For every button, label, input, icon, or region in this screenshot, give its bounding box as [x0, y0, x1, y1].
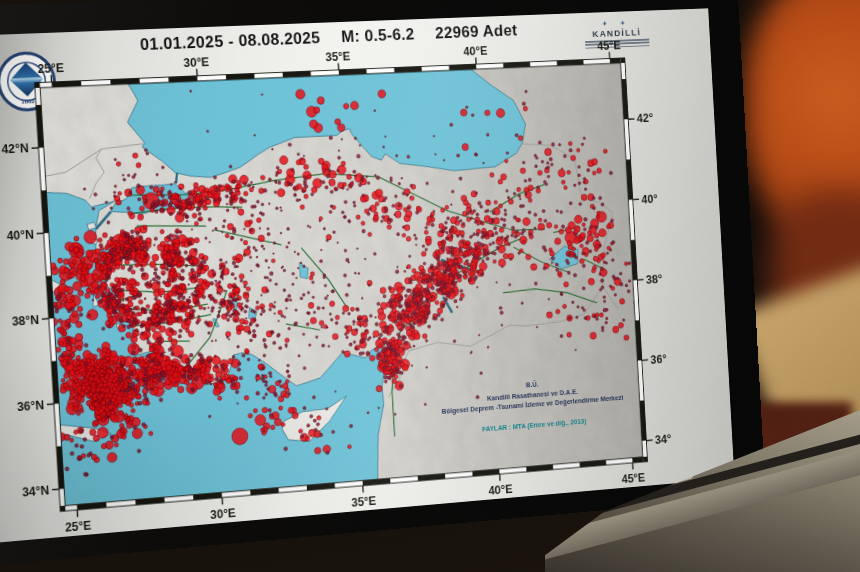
svg-text:34°N: 34°N [22, 483, 50, 499]
svg-text:40°N: 40°N [641, 192, 666, 206]
svg-text:45°E: 45°E [597, 38, 621, 52]
svg-text:35°E: 35°E [325, 49, 351, 64]
earthquake-map: B.Ü.Kandilli Rasathanesi ve D.A.E.Bölges… [0, 37, 674, 543]
svg-text:42°N: 42°N [1, 142, 29, 157]
photo-of-laptop: 01.01.2025 - 08.08.2025 M: 0.5-6.2 22969… [0, 0, 860, 572]
svg-text:38°N: 38°N [646, 272, 671, 287]
magnitude-range-label: M: 0.5-6.2 [341, 25, 415, 46]
map-body: B.Ü.Kandilli Rasathanesi ve D.A.E.Bölges… [34, 63, 647, 506]
svg-text:40°E: 40°E [488, 482, 513, 497]
svg-text:30°E: 30°E [183, 55, 209, 70]
background-chair-shadow [770, 190, 860, 360]
svg-text:36°N: 36°N [17, 398, 45, 414]
svg-text:45°E: 45°E [621, 471, 645, 486]
svg-text:36°N: 36°N [650, 352, 674, 367]
svg-text:38°N: 38°N [11, 313, 39, 329]
svg-text:B.Ü.: B.Ü. [526, 380, 539, 389]
svg-text:42°N: 42°N [637, 111, 662, 125]
background-orange-chair [745, 0, 860, 260]
svg-text:25°E: 25°E [65, 518, 92, 534]
laptop-screen: 01.01.2025 - 08.08.2025 M: 0.5-6.2 22969… [0, 8, 734, 542]
laptop: 01.01.2025 - 08.08.2025 M: 0.5-6.2 22969… [0, 0, 766, 565]
svg-text:40°E: 40°E [463, 44, 488, 58]
svg-text:40°N: 40°N [6, 227, 34, 243]
svg-text:25°E: 25°E [37, 61, 64, 76]
svg-text:35°E: 35°E [351, 494, 377, 510]
svg-text:30°E: 30°E [210, 506, 236, 522]
svg-text:34°N: 34°N [655, 432, 674, 447]
event-count-label: 22969 Adet [435, 21, 518, 42]
